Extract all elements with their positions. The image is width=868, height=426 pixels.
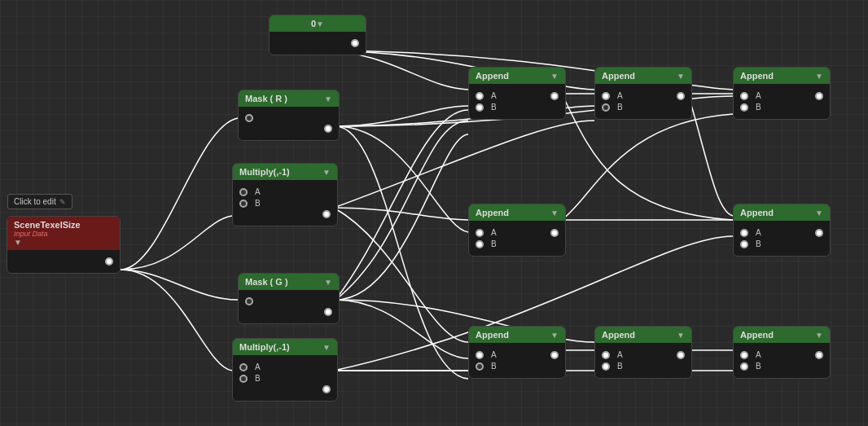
append-bot2-node[interactable]: Append ▼ A B xyxy=(594,326,692,379)
append-bot1-node[interactable]: Append ▼ A B xyxy=(468,326,566,379)
pin-b-label: B xyxy=(617,103,623,112)
append-bot3-node[interactable]: Append ▼ A B xyxy=(733,326,831,379)
pin-b-row: B xyxy=(476,362,559,371)
chevron-down-icon: ▼ xyxy=(550,331,559,340)
multiply-1-node[interactable]: Multiply(,-1) ▼ A B xyxy=(232,163,338,226)
append-mid2-body: A B xyxy=(734,221,830,256)
append-bot2-title: Append xyxy=(602,330,635,340)
chevron-down-icon: ▼ xyxy=(14,238,22,247)
output-pin-row xyxy=(245,308,332,316)
chevron-down-icon: ▼ xyxy=(316,20,324,29)
pin-b-row: B xyxy=(602,362,685,371)
input-pin xyxy=(245,114,253,122)
append-bot3-body: A B xyxy=(734,343,830,378)
append-top1-header: Append ▼ xyxy=(469,68,565,84)
click-to-edit-text: Click to edit xyxy=(14,197,56,206)
append-top2-title: Append xyxy=(602,71,635,81)
pin-b-row: B xyxy=(740,103,823,112)
pin-b-row: B xyxy=(602,103,685,112)
pin-b-label: B xyxy=(491,239,497,248)
append-top3-title: Append xyxy=(740,71,774,81)
output-pin-row xyxy=(239,385,331,393)
append-bot1-title: Append xyxy=(476,330,509,340)
multiply-1-header: Multiply(,-1) ▼ xyxy=(233,164,337,180)
append-top2-node[interactable]: Append ▼ A B xyxy=(594,67,692,120)
pin-b-row: B xyxy=(476,103,559,112)
pin-b-label: B xyxy=(756,362,761,371)
multiply-2-header: Multiply(,-1) ▼ xyxy=(233,339,337,355)
pin-a-label: A xyxy=(756,228,761,237)
pin-b xyxy=(602,103,610,112)
output-pin-row xyxy=(14,257,113,266)
output-pin xyxy=(324,308,332,316)
output-pin xyxy=(677,351,685,359)
pin-a xyxy=(476,351,484,359)
scene-texel-size-subtitle: Input Data xyxy=(14,230,48,238)
output-pin xyxy=(815,92,823,100)
pin-a xyxy=(476,92,484,100)
chevron-down-icon: ▼ xyxy=(322,168,331,177)
pin-b xyxy=(740,103,748,112)
chevron-down-icon: ▼ xyxy=(815,209,823,217)
click-to-edit-label[interactable]: Click to edit ✎ xyxy=(7,194,72,209)
chevron-down-icon: ▼ xyxy=(322,343,331,352)
pin-a xyxy=(602,351,610,359)
multiply-2-node[interactable]: Multiply(,-1) ▼ A B xyxy=(232,338,338,402)
output-pin-row xyxy=(239,210,331,218)
pin-b-label: B xyxy=(255,374,261,383)
const-0-node[interactable]: 0 ▼ xyxy=(269,15,366,55)
pin-a-label: A xyxy=(491,91,497,100)
pin-a-row: A xyxy=(239,187,331,196)
append-top1-node[interactable]: Append ▼ A B xyxy=(468,67,566,120)
pin-b-label: B xyxy=(756,239,761,248)
output-pin xyxy=(322,210,331,218)
scene-texel-size-title: SceneTexelSize xyxy=(14,220,81,230)
pin-a-label: A xyxy=(617,91,623,100)
append-mid2-title: Append xyxy=(740,208,774,217)
pin-a-row: A xyxy=(476,350,559,359)
append-mid1-title: Append xyxy=(476,208,509,217)
input-pin-row xyxy=(245,297,332,305)
append-mid2-node[interactable]: Append ▼ A B xyxy=(733,204,831,257)
chevron-down-icon: ▼ xyxy=(677,331,685,340)
const-0-body xyxy=(270,32,366,55)
pin-b-label: B xyxy=(491,103,497,112)
append-top3-node[interactable]: Append ▼ A B xyxy=(733,67,831,120)
multiply-2-body: A B xyxy=(233,355,337,401)
chevron-down-icon: ▼ xyxy=(550,209,559,217)
edit-icon: ✎ xyxy=(59,198,66,206)
append-mid1-node[interactable]: Append ▼ A B xyxy=(468,204,566,257)
output-pin-row xyxy=(276,39,359,47)
output-pin xyxy=(351,39,359,47)
pin-b xyxy=(476,103,484,112)
append-bot1-body: A B xyxy=(469,343,565,378)
scene-texel-size-header: SceneTexelSize Input Data ▼ xyxy=(7,217,120,250)
pin-a xyxy=(740,351,748,359)
pin-a-label: A xyxy=(255,362,261,371)
pin-b xyxy=(740,362,748,371)
mask-r-header: Mask ( R ) ▼ xyxy=(239,90,339,107)
append-bot1-header: Append ▼ xyxy=(469,327,565,343)
append-top1-title: Append xyxy=(476,71,509,81)
pin-a-label: A xyxy=(491,228,497,237)
append-top2-header: Append ▼ xyxy=(595,68,691,84)
multiply-1-title: Multiply(,-1) xyxy=(239,167,290,177)
pin-b-row: B xyxy=(239,199,331,208)
append-mid2-header: Append ▼ xyxy=(734,204,830,221)
pin-b-label: B xyxy=(491,362,497,371)
pin-b-row: B xyxy=(740,362,823,371)
mask-g-node[interactable]: Mask ( G ) ▼ xyxy=(238,273,340,324)
append-top2-body: A B xyxy=(595,84,691,119)
mask-r-title: Mask ( R ) xyxy=(245,94,287,103)
scene-texel-size-node[interactable]: SceneTexelSize Input Data ▼ xyxy=(7,216,121,274)
append-bot2-body: A B xyxy=(595,343,691,378)
multiply-1-body: A B xyxy=(233,180,337,226)
mask-r-node[interactable]: Mask ( R ) ▼ xyxy=(238,90,340,141)
pin-b-label: B xyxy=(756,103,761,112)
output-pin xyxy=(550,229,559,237)
pin-a-label: A xyxy=(756,350,761,359)
append-bot2-header: Append ▼ xyxy=(595,327,691,343)
scene-texel-size-body xyxy=(7,250,120,273)
pin-b-row: B xyxy=(476,239,559,248)
pin-a xyxy=(476,229,484,237)
